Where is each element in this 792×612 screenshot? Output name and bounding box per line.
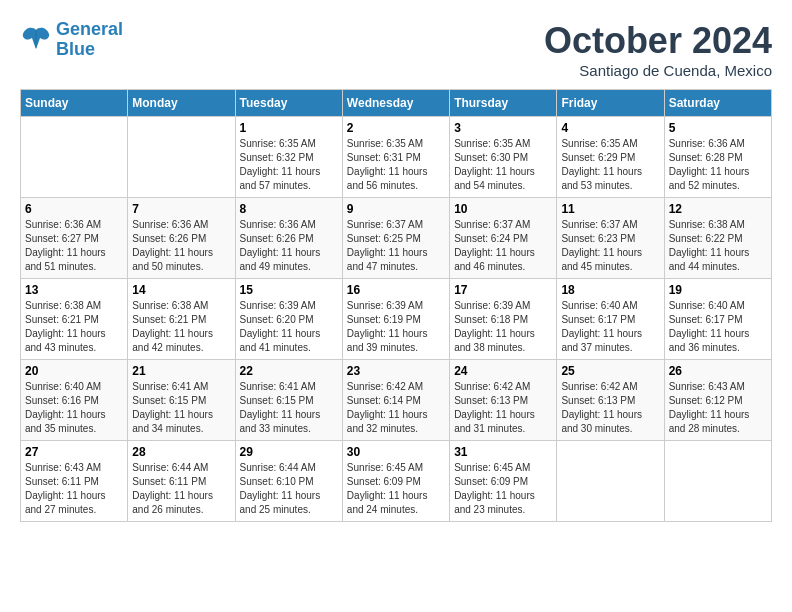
calendar-cell: 22Sunrise: 6:41 AM Sunset: 6:15 PM Dayli… [235, 360, 342, 441]
day-info: Sunrise: 6:36 AM Sunset: 6:27 PM Dayligh… [25, 218, 123, 274]
day-number: 25 [561, 364, 659, 378]
day-info: Sunrise: 6:39 AM Sunset: 6:18 PM Dayligh… [454, 299, 552, 355]
calendar-cell: 5Sunrise: 6:36 AM Sunset: 6:28 PM Daylig… [664, 117, 771, 198]
calendar-week-row: 13Sunrise: 6:38 AM Sunset: 6:21 PM Dayli… [21, 279, 772, 360]
day-info: Sunrise: 6:36 AM Sunset: 6:26 PM Dayligh… [240, 218, 338, 274]
day-number: 15 [240, 283, 338, 297]
calendar-cell [664, 441, 771, 522]
calendar-cell: 25Sunrise: 6:42 AM Sunset: 6:13 PM Dayli… [557, 360, 664, 441]
day-info: Sunrise: 6:41 AM Sunset: 6:15 PM Dayligh… [132, 380, 230, 436]
logo: General Blue [20, 20, 123, 60]
day-info: Sunrise: 6:39 AM Sunset: 6:20 PM Dayligh… [240, 299, 338, 355]
calendar-cell: 8Sunrise: 6:36 AM Sunset: 6:26 PM Daylig… [235, 198, 342, 279]
title-block: October 2024 Santiago de Cuenda, Mexico [544, 20, 772, 79]
day-number: 6 [25, 202, 123, 216]
day-info: Sunrise: 6:37 AM Sunset: 6:25 PM Dayligh… [347, 218, 445, 274]
calendar-cell: 21Sunrise: 6:41 AM Sunset: 6:15 PM Dayli… [128, 360, 235, 441]
calendar-cell: 17Sunrise: 6:39 AM Sunset: 6:18 PM Dayli… [450, 279, 557, 360]
calendar-cell: 11Sunrise: 6:37 AM Sunset: 6:23 PM Dayli… [557, 198, 664, 279]
calendar-cell: 9Sunrise: 6:37 AM Sunset: 6:25 PM Daylig… [342, 198, 449, 279]
calendar-cell: 6Sunrise: 6:36 AM Sunset: 6:27 PM Daylig… [21, 198, 128, 279]
day-number: 16 [347, 283, 445, 297]
day-number: 14 [132, 283, 230, 297]
day-info: Sunrise: 6:35 AM Sunset: 6:31 PM Dayligh… [347, 137, 445, 193]
calendar-cell: 26Sunrise: 6:43 AM Sunset: 6:12 PM Dayli… [664, 360, 771, 441]
calendar-week-row: 20Sunrise: 6:40 AM Sunset: 6:16 PM Dayli… [21, 360, 772, 441]
calendar-cell: 15Sunrise: 6:39 AM Sunset: 6:20 PM Dayli… [235, 279, 342, 360]
day-number: 3 [454, 121, 552, 135]
logo-text: General Blue [56, 20, 123, 60]
weekday-header: Sunday [21, 90, 128, 117]
day-number: 4 [561, 121, 659, 135]
day-number: 7 [132, 202, 230, 216]
calendar-cell: 13Sunrise: 6:38 AM Sunset: 6:21 PM Dayli… [21, 279, 128, 360]
day-info: Sunrise: 6:40 AM Sunset: 6:16 PM Dayligh… [25, 380, 123, 436]
weekday-header: Thursday [450, 90, 557, 117]
day-number: 12 [669, 202, 767, 216]
calendar-week-row: 6Sunrise: 6:36 AM Sunset: 6:27 PM Daylig… [21, 198, 772, 279]
day-info: Sunrise: 6:40 AM Sunset: 6:17 PM Dayligh… [561, 299, 659, 355]
day-info: Sunrise: 6:37 AM Sunset: 6:24 PM Dayligh… [454, 218, 552, 274]
day-number: 13 [25, 283, 123, 297]
day-info: Sunrise: 6:44 AM Sunset: 6:11 PM Dayligh… [132, 461, 230, 517]
day-info: Sunrise: 6:41 AM Sunset: 6:15 PM Dayligh… [240, 380, 338, 436]
day-info: Sunrise: 6:35 AM Sunset: 6:30 PM Dayligh… [454, 137, 552, 193]
calendar-cell: 20Sunrise: 6:40 AM Sunset: 6:16 PM Dayli… [21, 360, 128, 441]
day-info: Sunrise: 6:40 AM Sunset: 6:17 PM Dayligh… [669, 299, 767, 355]
calendar-cell [21, 117, 128, 198]
logo-icon [20, 26, 52, 54]
day-number: 23 [347, 364, 445, 378]
calendar-cell: 18Sunrise: 6:40 AM Sunset: 6:17 PM Dayli… [557, 279, 664, 360]
weekday-header: Wednesday [342, 90, 449, 117]
calendar-cell: 24Sunrise: 6:42 AM Sunset: 6:13 PM Dayli… [450, 360, 557, 441]
day-info: Sunrise: 6:44 AM Sunset: 6:10 PM Dayligh… [240, 461, 338, 517]
day-info: Sunrise: 6:45 AM Sunset: 6:09 PM Dayligh… [347, 461, 445, 517]
day-info: Sunrise: 6:36 AM Sunset: 6:28 PM Dayligh… [669, 137, 767, 193]
calendar: SundayMondayTuesdayWednesdayThursdayFrid… [20, 89, 772, 522]
calendar-cell: 7Sunrise: 6:36 AM Sunset: 6:26 PM Daylig… [128, 198, 235, 279]
day-info: Sunrise: 6:45 AM Sunset: 6:09 PM Dayligh… [454, 461, 552, 517]
month-title: October 2024 [544, 20, 772, 62]
calendar-cell: 3Sunrise: 6:35 AM Sunset: 6:30 PM Daylig… [450, 117, 557, 198]
weekday-header: Saturday [664, 90, 771, 117]
day-info: Sunrise: 6:42 AM Sunset: 6:13 PM Dayligh… [454, 380, 552, 436]
day-number: 8 [240, 202, 338, 216]
calendar-cell: 28Sunrise: 6:44 AM Sunset: 6:11 PM Dayli… [128, 441, 235, 522]
day-info: Sunrise: 6:38 AM Sunset: 6:22 PM Dayligh… [669, 218, 767, 274]
day-info: Sunrise: 6:35 AM Sunset: 6:29 PM Dayligh… [561, 137, 659, 193]
day-info: Sunrise: 6:39 AM Sunset: 6:19 PM Dayligh… [347, 299, 445, 355]
day-info: Sunrise: 6:43 AM Sunset: 6:12 PM Dayligh… [669, 380, 767, 436]
calendar-cell [557, 441, 664, 522]
day-info: Sunrise: 6:35 AM Sunset: 6:32 PM Dayligh… [240, 137, 338, 193]
calendar-cell: 4Sunrise: 6:35 AM Sunset: 6:29 PM Daylig… [557, 117, 664, 198]
calendar-cell: 1Sunrise: 6:35 AM Sunset: 6:32 PM Daylig… [235, 117, 342, 198]
calendar-cell [128, 117, 235, 198]
calendar-cell: 2Sunrise: 6:35 AM Sunset: 6:31 PM Daylig… [342, 117, 449, 198]
day-info: Sunrise: 6:38 AM Sunset: 6:21 PM Dayligh… [25, 299, 123, 355]
day-number: 5 [669, 121, 767, 135]
calendar-week-row: 27Sunrise: 6:43 AM Sunset: 6:11 PM Dayli… [21, 441, 772, 522]
day-number: 18 [561, 283, 659, 297]
weekday-header-row: SundayMondayTuesdayWednesdayThursdayFrid… [21, 90, 772, 117]
calendar-cell: 29Sunrise: 6:44 AM Sunset: 6:10 PM Dayli… [235, 441, 342, 522]
day-number: 27 [25, 445, 123, 459]
day-number: 28 [132, 445, 230, 459]
day-number: 24 [454, 364, 552, 378]
calendar-cell: 30Sunrise: 6:45 AM Sunset: 6:09 PM Dayli… [342, 441, 449, 522]
day-info: Sunrise: 6:38 AM Sunset: 6:21 PM Dayligh… [132, 299, 230, 355]
day-number: 10 [454, 202, 552, 216]
weekday-header: Friday [557, 90, 664, 117]
day-info: Sunrise: 6:43 AM Sunset: 6:11 PM Dayligh… [25, 461, 123, 517]
day-info: Sunrise: 6:42 AM Sunset: 6:13 PM Dayligh… [561, 380, 659, 436]
day-number: 19 [669, 283, 767, 297]
day-number: 29 [240, 445, 338, 459]
day-number: 17 [454, 283, 552, 297]
calendar-cell: 19Sunrise: 6:40 AM Sunset: 6:17 PM Dayli… [664, 279, 771, 360]
calendar-week-row: 1Sunrise: 6:35 AM Sunset: 6:32 PM Daylig… [21, 117, 772, 198]
day-number: 30 [347, 445, 445, 459]
calendar-cell: 27Sunrise: 6:43 AM Sunset: 6:11 PM Dayli… [21, 441, 128, 522]
day-info: Sunrise: 6:36 AM Sunset: 6:26 PM Dayligh… [132, 218, 230, 274]
day-number: 9 [347, 202, 445, 216]
calendar-cell: 23Sunrise: 6:42 AM Sunset: 6:14 PM Dayli… [342, 360, 449, 441]
calendar-cell: 12Sunrise: 6:38 AM Sunset: 6:22 PM Dayli… [664, 198, 771, 279]
